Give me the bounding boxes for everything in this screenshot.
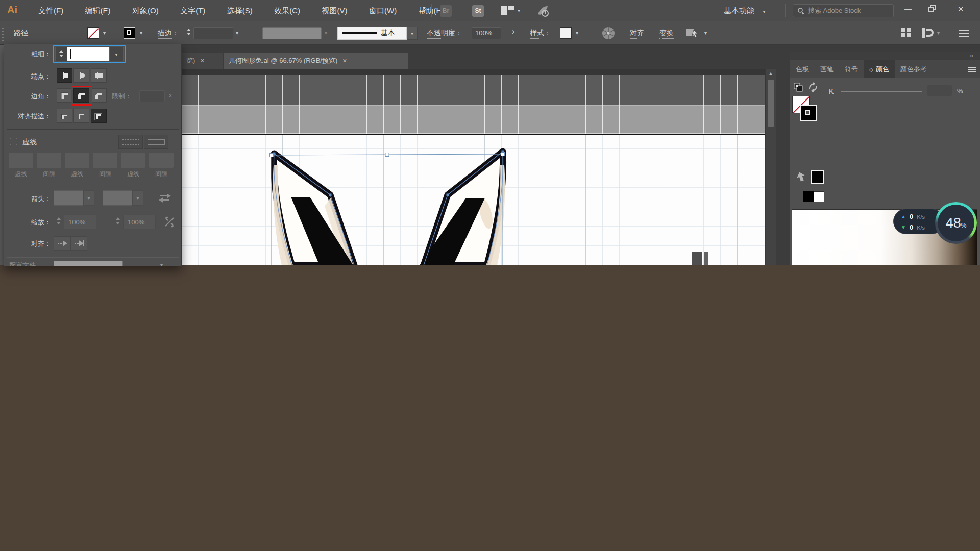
stock-button[interactable]: St [472,5,484,17]
menu-select[interactable]: 选择(S) [217,0,262,21]
weight-stepper[interactable] [55,47,67,61]
align-stroke-center-button[interactable] [57,109,72,123]
arrange-documents-icon2 [508,6,514,10]
menu-edit[interactable]: 编辑(E) [76,0,120,21]
close-icon[interactable]: × [200,57,204,65]
upload-unit: K/s [917,214,925,220]
shift-color-up-icon[interactable] [795,171,806,183]
panel-menu-button[interactable] [968,67,976,72]
scrollbar-thumb[interactable] [768,80,774,127]
controlbar-grip[interactable] [2,26,4,41]
cap-butt-button[interactable] [57,68,72,83]
bridge-button[interactable]: Br [440,5,452,17]
tab-brushes[interactable]: 画笔 [815,60,839,78]
swap-fill-stroke-icon[interactable] [807,82,819,93]
style-chevron[interactable]: ▾ [576,31,578,36]
dash-preset-icon2 [148,139,165,145]
control-panel-menu-button[interactable] [959,28,969,37]
tab-color-active[interactable]: ◇颜色 [864,60,895,78]
limit-suffix: x [169,92,172,99]
align-link[interactable]: 对齐 [630,29,644,39]
brush-definition-dropdown[interactable]: 基本 [337,27,407,40]
brush-chevron-button[interactable]: ▾ [407,27,418,40]
selection-type-label: 路径 [14,29,28,38]
workspace-switcher[interactable]: 基本功能 ▾ [724,0,765,21]
document-canvas[interactable]: ▲ [181,69,776,265]
opacity-link[interactable]: 不透明度： [427,29,462,39]
document-tab-active[interactable]: 几何图形兔.ai @ 66.67% (RGB/预览) × [224,53,408,69]
weight-input[interactable] [67,47,109,61]
dash-align-button-2 [70,236,87,251]
stroke-proxy-swatch[interactable] [800,105,817,121]
arrange-documents-button[interactable]: ▾ [501,6,525,15]
menu-file[interactable]: 文件(F) [29,0,73,21]
align-objects-chevron[interactable]: ▾ [937,31,940,36]
fill-color-swatch[interactable] [87,27,99,39]
cap-projecting-button[interactable] [91,68,107,83]
collapse-panels-icon[interactable]: » [970,52,973,59]
fill-stroke-mini-icon[interactable] [794,83,804,93]
window-restore-button[interactable] [928,5,936,12]
window-minimize-button[interactable]: — [904,5,912,13]
scale-stepper-1 [54,215,64,229]
isolate-selected-button[interactable] [684,26,701,40]
align-objects-button[interactable] [920,27,934,39]
document-tab-inactive[interactable]: 览) × [181,53,223,69]
rabbit-ears-artwork[interactable] [225,135,572,265]
dashed-line-checkbox[interactable] [10,138,17,145]
stroke-weight-field[interactable] [193,27,233,39]
menu-type[interactable]: 文字(T) [170,0,215,21]
chevron-down-icon: ▾ [518,8,520,13]
menu-object[interactable]: 对象(O) [122,0,168,21]
stroke-weight-chevron[interactable]: ▾ [236,31,238,36]
cap-round-button[interactable] [74,68,89,83]
profile-chevron[interactable]: ▾ [160,263,163,266]
corner-miter-button[interactable] [57,88,72,103]
dash-align-label: 对齐： [4,239,51,248]
fill-dropdown-chevron[interactable]: ▾ [103,31,106,36]
last-color-swatch[interactable] [811,170,824,184]
text-caret [70,49,71,59]
gap-field-2 [93,153,117,168]
menu-window[interactable]: 窗口(W) [359,0,406,21]
opacity-field[interactable]: 100% [472,27,501,39]
snap-grid-button[interactable] [900,27,913,39]
progress-circle-overlay[interactable]: 48 % [935,202,977,244]
align-magnet-icon [920,27,934,39]
menu-effect[interactable]: 效果(C) [264,0,310,21]
isolate-chevron[interactable]: ▾ [704,31,707,36]
white-swatch[interactable] [814,191,824,202]
k-slider-track[interactable] [841,91,922,92]
tab-swatches[interactable]: 色板 [790,60,815,78]
stroke-color-swatch[interactable] [124,27,135,39]
app-logo: Ai [7,4,17,16]
selection-handles[interactable] [270,153,505,157]
scroll-up-arrow[interactable]: ▲ [766,69,776,76]
tab-symbols[interactable]: 符号 [839,60,864,78]
menu-view[interactable]: 视图(V) [312,0,357,21]
window-close-button[interactable]: ✕ [958,5,964,14]
scale-field-2: 100% [123,215,156,229]
black-swatch[interactable] [803,191,814,202]
tab-color-guide[interactable]: 颜色参考 [895,60,933,78]
gpu-performance-button[interactable] [535,4,550,17]
profile-dropdown[interactable] [54,261,123,266]
stroke-dropdown-chevron[interactable]: ▾ [140,31,142,36]
close-icon[interactable]: × [342,57,347,65]
stroke-weight-stepper[interactable] [185,27,192,39]
weight-dropdown-button[interactable]: ▾ [109,47,124,61]
transform-link[interactable]: 变换 [659,29,674,39]
recolor-artwork-button[interactable] [601,26,616,40]
align-stroke-inside-button[interactable] [74,109,89,123]
style-swatch[interactable] [560,27,572,39]
style-link[interactable]: 样式： [530,29,551,39]
stock-search-box[interactable]: 搜索 Adobe Stock [793,4,894,17]
vertical-scrollbar[interactable]: ▲ [765,69,776,265]
corner-bevel-button[interactable] [91,88,107,103]
opacity-more-button[interactable]: › [512,27,514,36]
stroke-weight-link[interactable]: 描边： [158,29,179,39]
dash-label-1: 虚线 [9,170,33,179]
k-value-field[interactable] [927,85,952,96]
align-stroke-outside-button[interactable] [91,109,107,123]
limit-field [139,90,165,102]
